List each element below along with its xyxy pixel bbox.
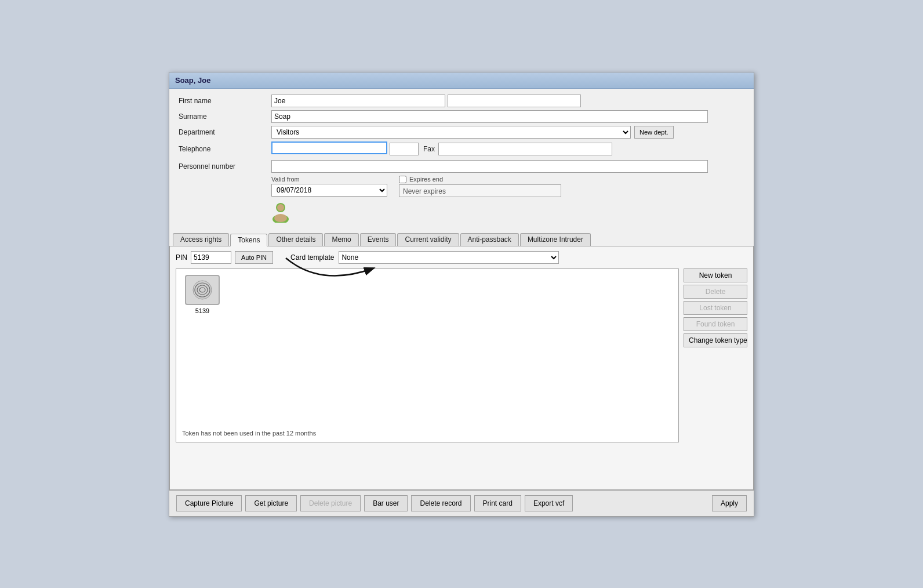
first-name-input[interactable] bbox=[271, 95, 445, 107]
print-card-button[interactable]: Print card bbox=[474, 495, 521, 511]
token-number-label: 5139 bbox=[195, 307, 209, 314]
token-status-text: Token has not been used in the past 12 m… bbox=[182, 426, 316, 437]
svg-point-4 bbox=[193, 281, 212, 299]
token-main-area: 5139 Token has not been used in the past… bbox=[176, 268, 747, 442]
department-select[interactable]: Visitors bbox=[271, 126, 631, 139]
svg-point-3 bbox=[274, 214, 287, 222]
token-buttons-area: New token Delete Lost token Found token … bbox=[684, 268, 747, 442]
tab-memo[interactable]: Memo bbox=[324, 233, 358, 246]
token-top-wrapper: PIN Auto PIN Card template None bbox=[176, 251, 747, 264]
token-thumb bbox=[185, 275, 220, 305]
window-title: Soap, Joe bbox=[175, 76, 210, 85]
main-window: Soap, Joe First name Surname Department … bbox=[169, 72, 754, 517]
pin-label: PIN bbox=[176, 253, 187, 262]
expires-group: Expires end Never expires bbox=[399, 176, 561, 197]
surname-label: Surname bbox=[179, 112, 271, 121]
validity-section: Valid from 09/07/2018 Expires end Never … bbox=[179, 176, 744, 197]
delete-picture-button[interactable]: Delete picture bbox=[300, 495, 361, 511]
get-picture-button[interactable]: Get picture bbox=[245, 495, 297, 511]
valid-from-select[interactable]: 09/07/2018 bbox=[271, 184, 387, 197]
card-template-label: Card template bbox=[290, 253, 334, 262]
apply-button[interactable]: Apply bbox=[712, 495, 747, 511]
new-token-button[interactable]: New token bbox=[684, 268, 747, 282]
bottom-bar: Capture Picture Get picture Delete pictu… bbox=[169, 490, 754, 516]
tab-anti-passback[interactable]: Anti-passback bbox=[460, 233, 519, 246]
auto-pin-button[interactable]: Auto PIN bbox=[235, 251, 273, 264]
capture-picture-button[interactable]: Capture Picture bbox=[176, 495, 242, 511]
tabs-bar: Access rights Tokens Other details Memo … bbox=[169, 231, 754, 246]
lost-token-button[interactable]: Lost token bbox=[684, 301, 747, 315]
fax-label: Fax bbox=[423, 145, 435, 153]
personnel-input[interactable] bbox=[271, 160, 708, 173]
telephone-ext-input[interactable] bbox=[390, 143, 419, 155]
never-expires-display: Never expires bbox=[399, 184, 561, 197]
token-item[interactable]: 5139 bbox=[182, 275, 223, 314]
first-name-label: First name bbox=[179, 97, 271, 105]
first-name-input2[interactable] bbox=[448, 95, 581, 107]
department-row: Department Visitors New dept. bbox=[179, 126, 744, 139]
tab-events[interactable]: Events bbox=[360, 233, 397, 246]
token-list-area: 5139 Token has not been used in the past… bbox=[176, 268, 679, 442]
department-label: Department bbox=[179, 128, 271, 136]
found-token-button[interactable]: Found token bbox=[684, 317, 747, 331]
token-top-row: PIN Auto PIN Card template None bbox=[176, 251, 747, 264]
avatar bbox=[271, 202, 290, 223]
avatar-section bbox=[179, 202, 744, 223]
telephone-input[interactable] bbox=[271, 141, 387, 154]
fax-input[interactable] bbox=[438, 143, 612, 155]
telephone-label: Telephone bbox=[179, 145, 271, 153]
tab-access-rights[interactable]: Access rights bbox=[173, 233, 229, 246]
surname-row: Surname bbox=[179, 110, 744, 123]
delete-button[interactable]: Delete bbox=[684, 285, 747, 299]
expires-end-label: Expires end bbox=[409, 176, 443, 183]
pin-input[interactable] bbox=[191, 251, 231, 264]
fingerprint-icon bbox=[192, 280, 213, 300]
surname-input[interactable] bbox=[271, 110, 708, 123]
personnel-row: Personnel number bbox=[179, 160, 744, 173]
tab-tokens[interactable]: Tokens bbox=[230, 234, 267, 246]
token-status-area: Token has not been used in the past 12 m… bbox=[182, 429, 316, 437]
new-dept-button[interactable]: New dept. bbox=[634, 126, 674, 139]
expires-checkbox[interactable] bbox=[399, 176, 406, 183]
svg-point-2 bbox=[277, 204, 284, 211]
tab-other-details[interactable]: Other details bbox=[268, 233, 323, 246]
delete-record-button[interactable]: Delete record bbox=[411, 495, 470, 511]
token-tab-content: PIN Auto PIN Card template None bbox=[169, 246, 754, 490]
change-token-type-button[interactable]: Change token type bbox=[684, 333, 747, 347]
personnel-label: Personnel number bbox=[179, 162, 271, 170]
card-template-select[interactable]: None bbox=[339, 251, 559, 264]
export-vcf-button[interactable]: Export vcf bbox=[525, 495, 573, 511]
first-name-row: First name bbox=[179, 95, 744, 107]
valid-from-group: Valid from 09/07/2018 bbox=[271, 176, 387, 197]
tab-current-validity[interactable]: Current validity bbox=[397, 233, 459, 246]
valid-from-label: Valid from bbox=[271, 176, 387, 183]
form-area: First name Surname Department Visitors N… bbox=[169, 89, 754, 228]
title-bar: Soap, Joe bbox=[169, 72, 754, 89]
bar-user-button[interactable]: Bar user bbox=[364, 495, 408, 511]
telephone-row: Telephone Fax bbox=[179, 141, 744, 157]
tab-multizone-intruder[interactable]: Multizone Intruder bbox=[520, 233, 591, 246]
